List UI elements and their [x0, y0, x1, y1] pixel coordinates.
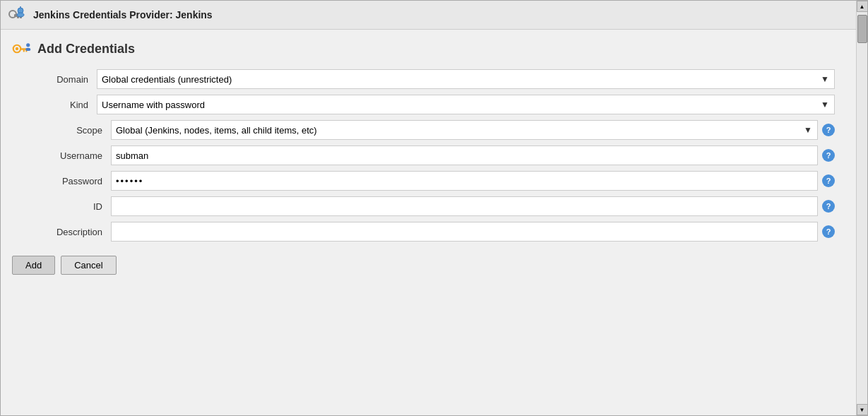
description-label: Description [12, 227, 111, 237]
scope-select[interactable]: Global (Jenkins, nodes, items, all child… [111, 120, 818, 140]
title-icon-svg [8, 5, 28, 25]
description-control: ? [111, 222, 835, 242]
description-row: Description ? [12, 222, 835, 242]
section-header: Add Credentials [12, 41, 835, 57]
scrollbar[interactable]: ▲ ▼ [856, 1, 867, 415]
username-input[interactable] [111, 145, 818, 165]
domain-select-wrapper: Global credentials (unrestricted) ▼ [97, 69, 835, 89]
svg-point-13 [25, 48, 30, 51]
scroll-up-button[interactable]: ▲ [857, 1, 868, 12]
scope-control: Global (Jenkins, nodes, items, all child… [111, 120, 835, 140]
scroll-thumb[interactable] [857, 15, 867, 43]
id-label: ID [12, 201, 111, 212]
scope-label: Scope [12, 125, 111, 136]
password-help-icon[interactable]: ? [822, 174, 835, 187]
description-help-icon[interactable]: ? [822, 225, 835, 238]
kind-select-wrapper: Username with password ▼ [97, 95, 835, 114]
title-bar: Jenkins Credentials Provider: Jenkins [1, 1, 867, 30]
password-control: ? [111, 171, 835, 191]
id-help-icon[interactable]: ? [822, 200, 835, 213]
scope-help-icon[interactable]: ? [822, 124, 835, 136]
cancel-button[interactable]: Cancel [61, 256, 116, 275]
password-input[interactable] [111, 171, 818, 191]
kind-row: Kind Username with password ▼ [12, 95, 835, 114]
id-input[interactable] [111, 196, 818, 216]
username-label: Username [12, 150, 111, 161]
scope-row: Scope Global (Jenkins, nodes, items, all… [12, 120, 835, 140]
password-row: Password ? [12, 171, 835, 191]
scope-select-wrapper: Global (Jenkins, nodes, items, all child… [111, 120, 818, 140]
kind-control: Username with password ▼ [97, 95, 835, 114]
add-button[interactable]: Add [12, 256, 55, 275]
svg-point-8 [16, 47, 18, 50]
username-help-icon[interactable]: ? [822, 149, 835, 162]
id-control: ? [111, 196, 835, 216]
domain-select[interactable]: Global credentials (unrestricted) [97, 69, 835, 89]
scroll-down-icon: ▼ [860, 407, 865, 413]
window-title: Jenkins Credentials Provider: Jenkins [33, 9, 213, 20]
username-row: Username ? [12, 145, 835, 165]
jenkins-icon [8, 5, 28, 25]
svg-point-6 [17, 13, 24, 17]
scroll-up-icon: ▲ [860, 4, 865, 10]
button-row: Add Cancel [12, 256, 835, 275]
domain-control: Global credentials (unrestricted) ▼ [97, 69, 835, 89]
description-input[interactable] [111, 222, 818, 242]
kind-label: Kind [12, 100, 97, 110]
svg-point-12 [26, 43, 30, 47]
kind-select[interactable]: Username with password [97, 95, 835, 114]
domain-row: Domain Global credentials (unrestricted)… [12, 69, 835, 89]
main-content: Add Credentials Domain Global credential… [1, 30, 856, 415]
section-title: Add Credentials [37, 42, 135, 57]
key-icon [12, 41, 32, 57]
svg-rect-11 [23, 49, 25, 52]
main-window: Jenkins Credentials Provider: Jenkins ▲ … [0, 0, 868, 416]
password-label: Password [12, 176, 111, 186]
domain-label: Domain [12, 74, 97, 85]
scroll-down-button[interactable]: ▼ [857, 404, 868, 415]
username-control: ? [111, 145, 835, 165]
id-row: ID ? [12, 196, 835, 216]
